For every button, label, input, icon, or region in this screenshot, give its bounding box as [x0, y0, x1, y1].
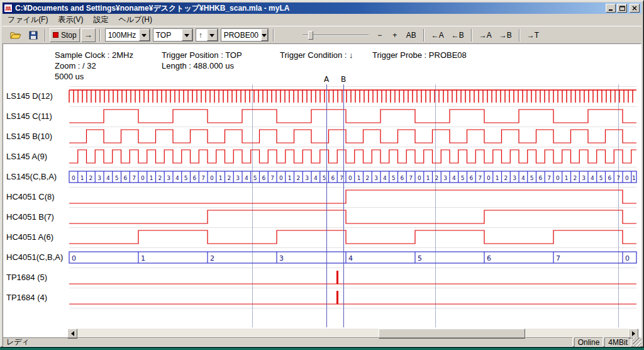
zoom-in-button[interactable]: + — [388, 28, 402, 42]
trigger-probe-select[interactable]: PROBE00 — [221, 28, 269, 42]
bus-value: 1 — [426, 175, 430, 181]
trigger-edge-select[interactable]: ↑ — [196, 28, 218, 42]
open-button[interactable] — [7, 28, 25, 42]
online-indicator: Online — [574, 337, 604, 347]
bus-value: 0 — [487, 175, 491, 181]
menu-file[interactable]: ファイル(F) — [3, 13, 53, 26]
maximize-button[interactable] — [617, 4, 627, 13]
goto-marker-b-left-button[interactable]: ←B — [448, 28, 467, 42]
bus-value: 1 — [496, 175, 499, 181]
bus-value: 4 — [314, 175, 318, 181]
ls145-a-trace — [69, 150, 636, 163]
bus-value: 7 — [547, 175, 551, 181]
bus-value: 6 — [470, 175, 474, 181]
toolbar-separator — [519, 29, 520, 42]
chevron-down-icon[interactable] — [207, 29, 218, 41]
chevron-down-icon[interactable] — [261, 29, 268, 41]
save-button[interactable] — [26, 28, 41, 42]
sample-rate-value: 100MHz — [106, 29, 139, 41]
bus-value: 2 — [158, 175, 162, 181]
trigger-position-select[interactable]: TOP — [153, 28, 193, 42]
goto-marker-b-right-button[interactable]: →B — [496, 28, 515, 42]
bus-value: 5 — [599, 175, 603, 181]
bus-value: 3 — [374, 175, 378, 181]
resize-grip[interactable] — [633, 337, 641, 347]
toolbar-separator — [423, 29, 425, 42]
minimize-icon — [608, 6, 613, 11]
toolbar-separator — [99, 29, 101, 42]
save-icon — [29, 31, 38, 40]
bus-value: 0 — [418, 175, 421, 181]
tp1684-4-pulse — [336, 291, 338, 304]
sample-rate-select[interactable]: 100MHz — [105, 28, 150, 42]
bus-value: 6 — [193, 175, 197, 181]
menu-help[interactable]: ヘルプ(H) — [113, 13, 157, 26]
bus-value: 2 — [366, 175, 370, 181]
bus-value: 3 — [167, 175, 170, 181]
bus-value: 4 — [521, 175, 525, 181]
bus-value: 5 — [461, 175, 465, 181]
bus-value: 1 — [80, 175, 84, 181]
menu-settings[interactable]: 設定 — [88, 13, 113, 26]
bus-value: 4 — [383, 175, 387, 181]
ls145-b-trace — [69, 130, 636, 143]
goto-marker-a-right-button[interactable]: →A — [476, 28, 495, 42]
toolbar-separator — [273, 29, 274, 42]
bus-value: 4 — [591, 175, 594, 181]
window-title: C:¥Documents and Settings¥noname¥デスクトップ¥… — [15, 3, 606, 14]
bus-value: 0 — [556, 175, 560, 181]
bus-value: 4 — [452, 175, 456, 181]
waveform-plot[interactable]: 0123456701234567012345670123456701234567… — [3, 44, 643, 337]
zoom-out-button[interactable]: − — [373, 28, 387, 42]
bus-value: 0 — [625, 175, 629, 181]
bus-value: 4 — [245, 175, 248, 181]
arrow-left-icon — [69, 331, 74, 336]
bus-value: 2 — [297, 175, 301, 181]
bus-value: 2 — [89, 175, 93, 181]
single-step-button[interactable]: → — [81, 28, 96, 42]
bus-value: 1 — [288, 175, 292, 181]
bus-value: 3 — [513, 175, 516, 181]
ab-markers-button[interactable]: AB — [403, 28, 419, 42]
goto-trigger-button[interactable]: →T — [524, 28, 542, 42]
open-folder-icon — [10, 31, 21, 40]
titlebar: C:¥Documents and Settings¥noname¥デスクトップ¥… — [3, 3, 641, 14]
bus-value: 6 — [539, 175, 543, 181]
hc4051-a-trace — [69, 230, 636, 244]
stop-button[interactable]: Stop — [50, 28, 80, 42]
menu-view[interactable]: 表示(V) — [53, 13, 88, 26]
app-icon — [4, 4, 13, 13]
stop-label: Stop — [61, 31, 77, 40]
bus-value: 1 — [219, 175, 223, 181]
close-button[interactable] — [630, 4, 640, 13]
bus-value: 0 — [72, 175, 75, 181]
zoom-slider[interactable] — [303, 29, 369, 42]
bus-value: 7 — [616, 175, 620, 181]
bus-value: 5 — [392, 175, 396, 181]
bus-value: 0 — [210, 175, 214, 181]
chevron-down-icon[interactable] — [182, 29, 192, 41]
minimize-button[interactable] — [606, 4, 616, 13]
bus-value: 3 — [305, 175, 309, 181]
goto-marker-a-left-button[interactable]: ←A — [428, 28, 447, 42]
bus-value: 4 — [348, 254, 353, 262]
bus-value: 7 — [270, 175, 274, 181]
toolbar-separator — [45, 29, 46, 42]
bus-value: 5 — [184, 175, 188, 181]
bus-value: 1 — [150, 175, 153, 181]
bus-value: 0 — [72, 254, 76, 262]
close-icon — [632, 6, 637, 11]
bus-value: 3 — [97, 175, 101, 181]
bus-value: 6 — [487, 254, 491, 262]
tp1684-5-pulse — [336, 271, 338, 284]
bus-value: 6 — [331, 175, 335, 181]
bus-value: 5 — [323, 175, 326, 181]
bus-value: 2 — [435, 175, 439, 181]
chevron-down-icon[interactable] — [139, 29, 150, 41]
bus-value: 2 — [504, 175, 508, 181]
slider-handle[interactable] — [308, 31, 313, 40]
status-text: レディ — [3, 337, 573, 347]
trigger-edge-value: ↑ — [196, 29, 207, 41]
hc4051-b-trace — [69, 210, 636, 223]
toolbar-separator — [471, 29, 472, 42]
